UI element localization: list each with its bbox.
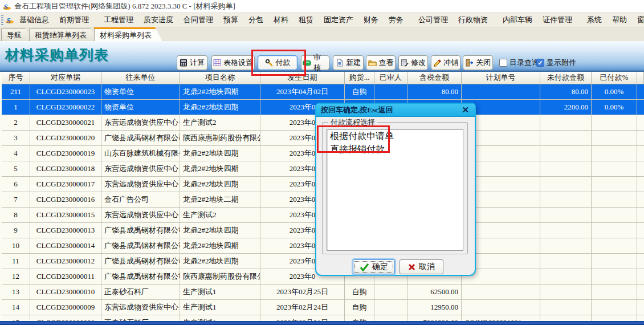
- table-row[interactable]: 13CLCGD230000010正泰砂石料厂生产测试12023年02月25日自购…: [2, 285, 644, 300]
- toolbar-button-审核[interactable]: 审核: [301, 55, 329, 70]
- tab-租赁结算单列表[interactable]: 租赁结算单列表: [29, 29, 97, 41]
- menu-item-内部车辆[interactable]: 内部车辆: [498, 14, 537, 25]
- column-header[interactable]: 计划单号: [462, 72, 540, 84]
- table-cell-filler: [637, 223, 644, 238]
- dialog-title-bar[interactable]: 按回车确定,按Esc返回 ✕: [316, 104, 475, 117]
- column-header[interactable]: 序号: [2, 72, 30, 84]
- table-cell: 东营远成物资供应中心: [101, 161, 180, 176]
- payment-process-groupbox: 付款流程选择 根据付款申请单直接报销付款: [322, 122, 468, 254]
- menu-item-预算[interactable]: 预算: [218, 14, 243, 25]
- menu-item-窗口[interactable]: 窗口: [632, 14, 644, 25]
- close-icon[interactable]: ✕: [460, 105, 470, 115]
- payment-option[interactable]: 根据付款申请单: [327, 129, 463, 143]
- table-cell: [540, 177, 592, 192]
- table-cell: [592, 315, 637, 321]
- toolbar-button-修改[interactable]: 修改: [398, 55, 428, 70]
- column-header[interactable]: 购货...: [345, 72, 374, 84]
- menu-item-财务[interactable]: 财务: [358, 14, 384, 25]
- column-header[interactable]: 含税金额: [407, 72, 462, 84]
- table-cell: 2023年02月24日: [260, 300, 345, 315]
- toolbar-button-新建[interactable]: 新建: [333, 55, 364, 70]
- bottom-edge-strip: [0, 321, 644, 325]
- table-row[interactable]: 15CLCGD230000008正泰砂石料厂生产测试12023年02月21日自购…: [2, 315, 644, 321]
- table-cell: CLCGD230000012: [30, 254, 101, 269]
- menu-item-合同管理[interactable]: 合同管理: [178, 14, 218, 25]
- toolbar-grip-handle[interactable]: [1, 15, 3, 25]
- checkbox-目录查询[interactable]: 目录查询: [499, 58, 539, 68]
- checkbox-checked-icon[interactable]: ✓: [536, 59, 544, 67]
- table-cell: 东营远成物资供应中心: [101, 115, 180, 130]
- table-cell: 物资单位: [101, 100, 180, 115]
- toolbar-button-计算[interactable]: 计算: [177, 55, 207, 70]
- checkbox-显示附件[interactable]: ✓显示附件: [536, 58, 576, 68]
- checkbox-label: 目录查询: [510, 58, 539, 68]
- toolbar-button-表格设置[interactable]: 表格设置: [211, 55, 255, 70]
- toolbar-button-关闭[interactable]: 关闭: [463, 55, 493, 70]
- table-cell-filler: [637, 161, 644, 176]
- table-cell: 1: [2, 100, 30, 115]
- table-cell-filler: [637, 208, 644, 222]
- menu-item-前期管理[interactable]: 前期管理: [54, 14, 94, 25]
- menu-item-工程管理[interactable]: 工程管理: [99, 14, 138, 25]
- column-header[interactable]: 已审人: [374, 72, 407, 84]
- table-cell: 自购: [345, 300, 374, 315]
- column-header[interactable]: 对应单据: [30, 72, 101, 84]
- menu-item-材料[interactable]: 材料: [268, 14, 294, 25]
- column-header[interactable]: 已付款%: [592, 72, 637, 84]
- table-cell: [592, 115, 637, 130]
- column-header[interactable]: 项目名称: [180, 72, 260, 84]
- table-cell: CLCGD230000023: [30, 84, 101, 99]
- column-header[interactable]: 往来单位: [101, 72, 180, 84]
- toolbar-button-label: 新建: [346, 58, 361, 68]
- table-cell: 生产测试1: [180, 315, 260, 321]
- column-header[interactable]: 未付款金额: [540, 72, 592, 84]
- table-cell: 广饶县成禹钢材有限公司: [101, 223, 180, 238]
- payment-option[interactable]: 直接报销付款: [327, 143, 463, 156]
- groupbox-label: 付款流程选择: [328, 117, 377, 128]
- table-cell: 12950.00: [407, 300, 462, 315]
- table-cell-filler: [637, 315, 644, 321]
- tab-导航[interactable]: 导航: [1, 29, 32, 41]
- menu-item-质安进度[interactable]: 质安进度: [138, 14, 178, 25]
- menu-item-租赁[interactable]: 租赁: [294, 14, 319, 25]
- table-cell: CLCGD230000013: [30, 223, 101, 238]
- menu-item-系统[interactable]: 系统: [582, 14, 607, 25]
- cancel-button[interactable]: 取消: [400, 259, 443, 274]
- application-window: S 金石工程项目管理软件(网络集团版) 6.872 2023.3.30 C - …: [0, 0, 644, 325]
- table-cell: 广饶县成禹钢材有限公司: [101, 238, 180, 253]
- table-cell-filler: [637, 115, 644, 130]
- tab-材料采购单列表[interactable]: 材料采购单列表: [94, 27, 162, 41]
- table-cell: 7000230.00: [407, 315, 462, 321]
- menu-item-固定资产[interactable]: 固定资产: [319, 14, 358, 25]
- column-header[interactable]: 发生日期: [260, 72, 345, 84]
- page-title: 材料采购单列表: [5, 46, 109, 64]
- toolbar-button-付款[interactable]: 付款: [258, 55, 297, 70]
- menu-item-劳务[interactable]: 劳务: [384, 14, 409, 25]
- menu-item-基础信息[interactable]: 基础信息: [14, 14, 54, 25]
- toolbar-button-label: 关闭: [476, 58, 491, 68]
- table-cell: 东营远成物资供应中心: [101, 208, 180, 222]
- menu-item-公司管理[interactable]: 公司管理: [413, 14, 453, 25]
- menu-item-证件管理[interactable]: 证件管理: [537, 14, 577, 25]
- table-row[interactable]: 14CLCGD230000009东营远成物资供应中心生产测试12023年02月2…: [2, 300, 644, 315]
- table-row[interactable]: 211CLCGD230000023物资单位龙鼎2#2地块四期2023年04月02…: [2, 84, 644, 100]
- table-cell: 2023年04月02日: [260, 84, 345, 99]
- table-cell: CLCGD230000011: [30, 269, 101, 284]
- table-cell: 8: [2, 208, 30, 222]
- table-cell-filler: [637, 84, 644, 99]
- menu-item-行政物资[interactable]: 行政物资: [453, 14, 493, 25]
- menu-item-帮助[interactable]: 帮助: [607, 14, 632, 25]
- cancel-button-label: 取消: [419, 262, 435, 272]
- confirm-button[interactable]: 确定: [353, 259, 395, 274]
- payment-options-list[interactable]: 根据付款申请单直接报销付款: [327, 129, 463, 251]
- menu-item-分包[interactable]: 分包: [243, 14, 268, 25]
- checkbox-unchecked-icon[interactable]: [499, 59, 507, 67]
- table-cell: 正泰砂石料厂: [101, 285, 180, 299]
- table-cell: [540, 131, 592, 145]
- edit-icon: [401, 59, 409, 67]
- toolbar-button-查看[interactable]: 查看: [366, 55, 396, 70]
- table-cell: 2200.00: [540, 100, 592, 115]
- table-cell: [540, 208, 592, 222]
- table-cell: CLCGD230000019: [30, 146, 101, 161]
- toolbar-button-冲销[interactable]: 冲销: [431, 55, 460, 70]
